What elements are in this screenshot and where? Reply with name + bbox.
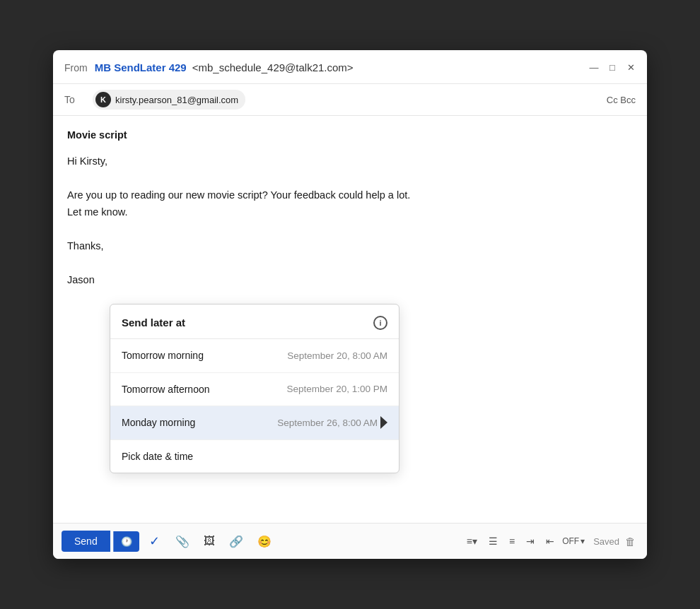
popup-title: Send later at	[122, 314, 185, 331]
paragraph1: Are you up to reading our new movie scri…	[67, 187, 633, 204]
toolbar: Send 🕐 ✓ 📎 🖼 🔗 😊 ≡▾ ☰ ≡	[53, 523, 647, 559]
close-button[interactable]: ✕	[626, 63, 636, 73]
send-later-popup: Send later at i Tomorrow morning Septemb…	[110, 304, 399, 473]
item-label: Tomorrow afternoon	[122, 382, 286, 397]
greeting: Hi Kirsty,	[67, 153, 633, 170]
item-time: September 20, 1:00 PM	[286, 382, 387, 397]
avatar: K	[95, 92, 111, 107]
send-clock-button[interactable]: 🕐	[113, 531, 139, 552]
saved-label: Saved	[593, 536, 619, 547]
check-button[interactable]: ✓	[142, 529, 167, 553]
send-later-item-pick-date[interactable]: Pick date & time	[110, 440, 399, 473]
attach-icon: 📎	[175, 535, 189, 548]
to-row: To K kirsty.pearson_81@gmail.com Cc Bcc	[53, 84, 647, 116]
check-icon: ✓	[149, 534, 160, 548]
dropdown-arrow: ▾	[581, 536, 585, 546]
align-button[interactable]: ≡▾	[462, 532, 482, 550]
send-later-item-monday-morning[interactable]: Monday morning September 26, 8:00 AM	[110, 406, 399, 439]
emoji-button[interactable]: 😊	[252, 531, 277, 552]
info-icon[interactable]: i	[373, 316, 387, 330]
item-label: Monday morning	[122, 415, 277, 430]
window-controls: — □ ✕	[589, 63, 636, 73]
paragraph2: Let me know.	[67, 204, 633, 221]
delete-button[interactable]: 🗑	[622, 533, 638, 550]
numbered-list-button[interactable]: ≡	[504, 532, 520, 550]
to-label: To	[64, 94, 86, 105]
attach-button[interactable]: 📎	[170, 531, 195, 552]
indent-button[interactable]: ⇥	[521, 532, 539, 550]
cursor-icon	[380, 416, 387, 429]
item-label: Tomorrow morning	[122, 348, 287, 363]
svg-marker-0	[380, 416, 387, 429]
recipient-email: kirsty.pearson_81@gmail.com	[115, 95, 238, 105]
send-later-item-tomorrow-morning[interactable]: Tomorrow morning September 20, 8:00 AM	[110, 339, 399, 372]
signature: Jason	[67, 272, 633, 289]
align-icon: ≡▾	[467, 536, 477, 547]
maximize-button[interactable]: □	[607, 63, 617, 73]
email-compose-window: From MB SendLater 429 <mb_schedule_429@t…	[53, 50, 647, 559]
off-label: OFF	[562, 536, 579, 546]
send-later-item-tomorrow-afternoon[interactable]: Tomorrow afternoon September 20, 1:00 PM	[110, 373, 399, 406]
cc-bcc-button[interactable]: Cc Bcc	[607, 95, 636, 105]
subject-line: Movie script	[67, 127, 633, 143]
item-time: September 26, 8:00 AM	[277, 415, 378, 431]
indent-icon: ⇥	[526, 536, 535, 547]
emoji-icon: 😊	[257, 535, 272, 548]
trash-icon: 🗑	[625, 536, 636, 548]
send-label: Send	[74, 536, 98, 547]
recipient-chip[interactable]: K kirsty.pearson_81@gmail.com	[93, 90, 245, 110]
item-label: Pick date & time	[122, 449, 387, 464]
link-icon: 🔗	[229, 535, 243, 548]
send-button[interactable]: Send	[62, 531, 110, 552]
outdent-icon: ⇤	[546, 536, 554, 547]
image-icon: 🖼	[204, 535, 215, 548]
email-body[interactable]: Movie script Hi Kirsty, Are you up to re…	[53, 116, 647, 523]
format-group: ≡▾ ☰ ≡ ⇥ ⇤	[462, 532, 559, 550]
link-button[interactable]: 🔗	[223, 531, 249, 552]
outdent-button[interactable]: ⇤	[541, 532, 559, 550]
bullet-list-icon: ☰	[489, 536, 498, 547]
numbered-list-icon: ≡	[509, 536, 515, 547]
item-time: September 20, 8:00 AM	[287, 348, 387, 364]
sign-off: Thanks,	[67, 238, 633, 255]
title-bar: From MB SendLater 429 <mb_schedule_429@t…	[53, 50, 647, 84]
clock-icon: 🕐	[121, 536, 132, 547]
minimize-button[interactable]: —	[589, 63, 599, 73]
from-label: From	[64, 62, 88, 73]
popup-header: Send later at i	[110, 304, 399, 339]
body-text: Hi Kirsty, Are you up to reading our new…	[67, 153, 633, 288]
image-button[interactable]: 🖼	[198, 531, 221, 552]
bullet-list-button[interactable]: ☰	[484, 532, 503, 550]
sender-email: <mb_schedule_429@talk21.com>	[192, 61, 354, 73]
sender-name: MB SendLater 429	[95, 61, 187, 73]
off-toggle[interactable]: OFF ▾	[562, 536, 585, 546]
